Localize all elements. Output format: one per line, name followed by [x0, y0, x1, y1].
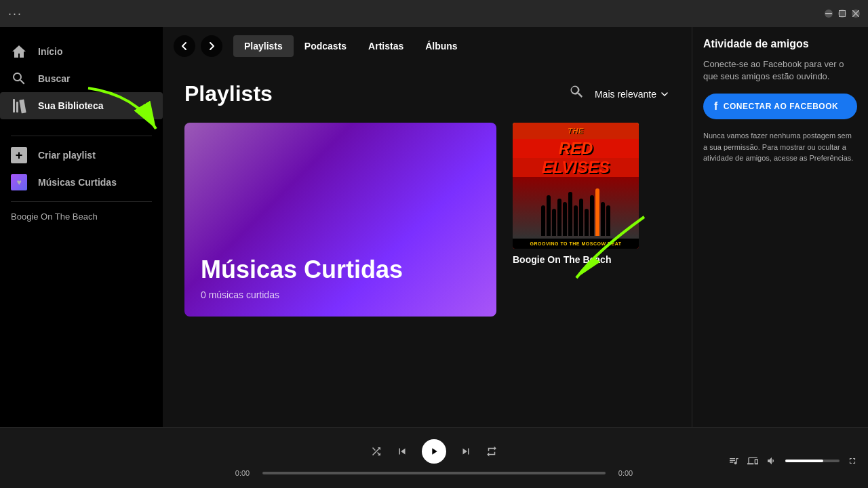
sidebar-musicas-curtidas[interactable]: ♥ Músicas Curtidas	[0, 169, 163, 196]
shuffle-button[interactable]	[370, 445, 382, 458]
main-content: Playlists Mais relevante	[163, 65, 692, 427]
right-panel: Atividade de amigos Conecte-se ao Facebo…	[692, 27, 868, 427]
svg-rect-5	[16, 102, 18, 113]
sidebar-item-buscar[interactable]: Buscar	[0, 65, 163, 92]
previous-button[interactable]	[396, 445, 408, 458]
window-menu-dots[interactable]: ···	[8, 7, 22, 21]
player-right-controls	[728, 455, 857, 466]
progress-track[interactable]	[262, 472, 606, 474]
heart-icon: ♥	[11, 174, 27, 190]
progress-bar[interactable]: 0:00 0:00	[231, 469, 637, 477]
sidebar-playlist-boogie[interactable]: Boogie On The Beach	[0, 207, 163, 226]
liked-songs-count: 0 músicas curtidas	[201, 289, 480, 300]
liked-songs-title: Músicas Curtidas	[201, 256, 480, 284]
repeat-button[interactable]	[486, 445, 498, 458]
right-panel-title: Atividade de amigos	[703, 38, 857, 50]
criar-playlist-label: Criar playlist	[38, 150, 96, 161]
home-icon	[11, 43, 27, 60]
tab-playlists[interactable]: Playlists	[233, 35, 294, 57]
svg-rect-1	[840, 11, 846, 17]
next-button[interactable]	[460, 445, 472, 458]
sidebar-item-biblioteca[interactable]: Sua Biblioteca	[0, 92, 163, 119]
boogie-card[interactable]: THE RED ELVISES	[513, 123, 639, 265]
sort-dropdown[interactable]: Mais relevante	[595, 89, 670, 100]
content-header: Playlists Mais relevante	[184, 81, 670, 106]
minimize-button[interactable]	[825, 9, 833, 18]
boogie-album-art: THE RED ELVISES	[513, 123, 639, 249]
liked-songs-card[interactable]: Músicas Curtidas 0 músicas curtidas	[184, 123, 496, 317]
volume-fill	[785, 460, 823, 462]
window-controls	[825, 9, 860, 18]
plus-icon: +	[11, 147, 27, 163]
queue-button[interactable]	[728, 455, 739, 466]
time-current: 0:00	[231, 469, 254, 477]
maximize-button[interactable]	[838, 9, 846, 18]
connect-facebook-button[interactable]: f CONECTAR AO FACEBOOK	[703, 94, 857, 119]
sort-label: Mais relevante	[595, 89, 656, 100]
boogie-title: Boogie On The Beach	[513, 254, 639, 265]
musicas-curtidas-label: Músicas Curtidas	[38, 177, 117, 188]
tab-albuns[interactable]: Álbuns	[414, 35, 468, 57]
red-elvises-art: THE RED ELVISES	[513, 123, 639, 249]
sidebar-nav: Início Buscar	[0, 33, 163, 130]
volume-button[interactable]	[766, 455, 777, 466]
devices-button[interactable]	[747, 455, 758, 466]
right-panel-description: Conecte-se ao Facebook para ver o que se…	[703, 58, 857, 83]
sidebar-buscar-label: Buscar	[38, 73, 70, 84]
fullscreen-button[interactable]	[848, 456, 857, 466]
sidebar-inicio-label: Início	[38, 46, 63, 57]
back-button[interactable]	[174, 35, 195, 57]
sidebar-item-inicio[interactable]: Início	[0, 38, 163, 65]
library-icon	[11, 98, 27, 114]
volume-bar[interactable]	[785, 460, 840, 462]
close-button[interactable]	[852, 9, 860, 18]
tab-artistas[interactable]: Artistas	[357, 35, 414, 57]
content-area: Playlists Podcasts Artistas Álbuns Playl…	[163, 27, 692, 427]
top-nav: Playlists Podcasts Artistas Álbuns	[163, 27, 692, 65]
playlists-grid: Músicas Curtidas 0 músicas curtidas THE …	[184, 123, 670, 317]
header-actions: Mais relevante	[570, 85, 670, 102]
nav-tabs: Playlists Podcasts Artistas Álbuns	[233, 35, 469, 57]
svg-rect-4	[13, 99, 15, 113]
svg-rect-0	[825, 13, 832, 14]
sidebar-criar-playlist[interactable]: + Criar playlist	[0, 142, 163, 169]
player-bar: 0:00 0:00	[0, 427, 868, 488]
forward-button[interactable]	[201, 35, 222, 57]
play-button[interactable]	[422, 439, 446, 464]
svg-rect-6	[19, 99, 26, 113]
right-panel-note: Nunca vamos fazer nenhuma postagem sem a…	[703, 130, 857, 164]
title-bar: ···	[0, 0, 868, 27]
tab-podcasts[interactable]: Podcasts	[294, 35, 357, 57]
sidebar-biblioteca-label: Sua Biblioteca	[38, 100, 103, 111]
page-title: Playlists	[184, 81, 273, 106]
sidebar-divider-1	[11, 136, 152, 136]
player-controls	[370, 439, 498, 464]
time-total: 0:00	[614, 469, 637, 477]
sidebar-divider-2	[11, 201, 152, 202]
search-icon	[11, 70, 27, 87]
fb-button-label: CONECTAR AO FACEBOOK	[724, 102, 838, 111]
content-search-button[interactable]	[570, 85, 584, 102]
facebook-icon: f	[714, 100, 718, 113]
sidebar: Início Buscar	[0, 27, 163, 427]
